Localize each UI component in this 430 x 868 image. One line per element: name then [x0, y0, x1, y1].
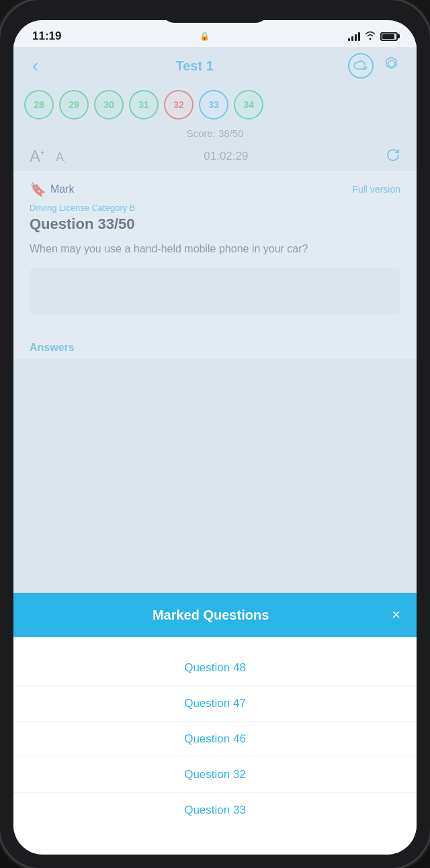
- lock-icon: 🔒: [200, 32, 210, 41]
- wifi-icon: [364, 31, 376, 42]
- status-icons: [348, 31, 398, 42]
- notch: [161, 0, 269, 23]
- phone-frame: 11:19 🔒: [0, 0, 430, 868]
- marked-question-item-33[interactable]: Question 33: [13, 793, 417, 828]
- marked-question-item-46[interactable]: Question 46: [13, 722, 417, 757]
- modal-body: Question 48 Question 47 Question 46 Ques…: [13, 637, 417, 855]
- signal-bars-icon: [348, 32, 360, 41]
- marked-question-item-47[interactable]: Question 47: [13, 686, 417, 722]
- marked-questions-modal: Marked Questions × Question 48 Question …: [13, 593, 417, 855]
- marked-question-item-32[interactable]: Question 32: [13, 757, 417, 793]
- phone-screen: 11:19 🔒: [13, 20, 417, 855]
- modal-header: Marked Questions ×: [13, 593, 417, 637]
- status-time: 11:19: [32, 30, 61, 43]
- battery-icon: [380, 32, 398, 41]
- modal-title: Marked Questions: [30, 608, 392, 623]
- marked-question-item-48[interactable]: Question 48: [13, 650, 417, 686]
- status-bar: 11:19 🔒: [13, 20, 417, 47]
- modal-close-button[interactable]: ×: [392, 606, 400, 624]
